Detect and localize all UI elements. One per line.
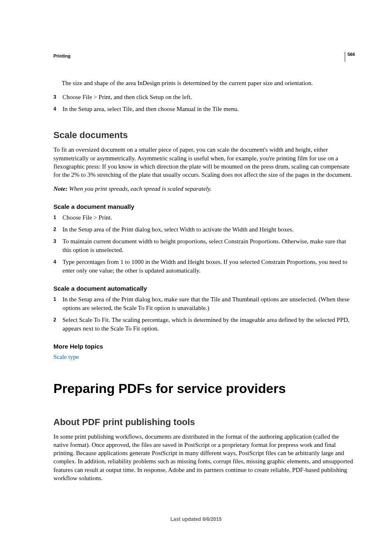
note-text: When you print spreads, each spread is s… bbox=[67, 185, 212, 192]
heading-preparing-pdfs: Preparing PDFs for service providers bbox=[53, 381, 355, 396]
heading-scale-manually: Scale a document manually bbox=[53, 203, 355, 210]
step-number: 4 bbox=[53, 106, 56, 113]
list-item: 3 To maintain current document width to … bbox=[53, 237, 355, 254]
step-text: In the Setup area of the Print dialog bo… bbox=[62, 226, 294, 233]
page-number: 566 bbox=[345, 52, 355, 62]
footer-last-updated: Last updated 6/6/2015 bbox=[0, 516, 392, 522]
intro-lead: The size and shape of the area InDesign … bbox=[62, 79, 355, 87]
section-label: Printing bbox=[53, 53, 71, 58]
pdf-tools-paragraph: In some print publishing workflows, docu… bbox=[53, 432, 355, 483]
step-number: 3 bbox=[53, 94, 56, 101]
step-number: 2 bbox=[53, 317, 56, 324]
list-item: 1 In the Setup area of the Print dialog … bbox=[53, 295, 355, 312]
step-number: 2 bbox=[53, 226, 56, 233]
link-scale-type[interactable]: Scale type bbox=[53, 354, 79, 360]
heading-scale-documents: Scale documents bbox=[53, 130, 355, 141]
list-item: 4 In the Setup area, select Tile, and th… bbox=[53, 105, 355, 113]
step-text: Select Scale To Fit. The scaling percent… bbox=[62, 317, 350, 332]
note-label: Note: bbox=[53, 185, 67, 192]
list-item: 3 Choose File > Print, and then click Se… bbox=[53, 93, 355, 102]
note: Note: When you print spreads, each sprea… bbox=[53, 185, 355, 193]
step-text: Choose File > Print, and then click Setu… bbox=[62, 94, 192, 100]
manual-steps: 1 Choose File > Print. 2 In the Setup ar… bbox=[53, 213, 355, 275]
step-text: In the Setup area, select Tile, and then… bbox=[62, 106, 239, 112]
step-number: 1 bbox=[53, 296, 56, 303]
list-item: 2 Select Scale To Fit. The scaling perce… bbox=[53, 316, 355, 333]
step-text: Type percentages from 1 to 1000 in the W… bbox=[62, 259, 347, 274]
step-text: To maintain current document width to he… bbox=[62, 238, 346, 253]
auto-steps: 1 In the Setup area of the Print dialog … bbox=[53, 295, 355, 333]
step-text: Choose File > Print. bbox=[62, 214, 112, 221]
scale-docs-paragraph: To fit an oversized document on a smalle… bbox=[53, 146, 355, 179]
intro-steps: 3 Choose File > Print, and then click Se… bbox=[53, 93, 355, 113]
step-number: 3 bbox=[53, 238, 56, 245]
step-number: 1 bbox=[53, 214, 56, 221]
list-item: 2 In the Setup area of the Print dialog … bbox=[53, 225, 355, 234]
list-item: 4 Type percentages from 1 to 1000 in the… bbox=[53, 258, 355, 275]
step-text: In the Setup area of the Print dialog bo… bbox=[62, 296, 350, 311]
list-item: 1 Choose File > Print. bbox=[53, 213, 355, 222]
heading-about-pdf-tools: About PDF print publishing tools bbox=[53, 417, 355, 428]
heading-scale-automatically: Scale a document automatically bbox=[53, 285, 355, 292]
heading-more-help: More Help topics bbox=[53, 343, 355, 350]
step-number: 4 bbox=[53, 259, 56, 266]
